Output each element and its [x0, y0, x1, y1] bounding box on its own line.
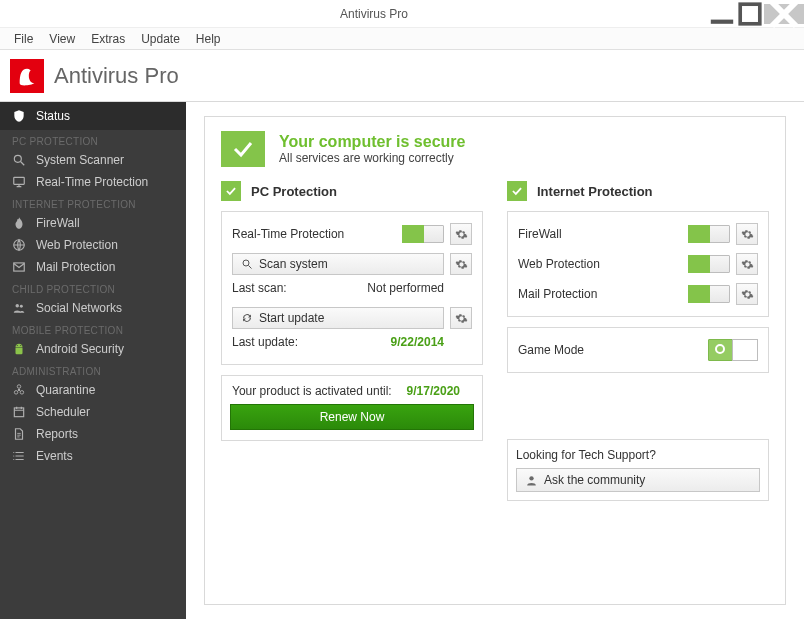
main-content: Your computer is secure All services are… — [186, 102, 804, 619]
game-mode-toggle[interactable] — [708, 339, 758, 361]
mail-protection-settings-button[interactable] — [736, 283, 758, 305]
start-update-button[interactable]: Start update — [232, 307, 444, 329]
close-button[interactable] — [764, 4, 804, 24]
scan-system-label: Scan system — [259, 257, 328, 271]
sidebar-item-scanner[interactable]: System Scanner — [0, 149, 186, 171]
svg-rect-3 — [14, 177, 25, 184]
support-question: Looking for Tech Support? — [516, 448, 760, 462]
minimize-button[interactable] — [708, 4, 736, 24]
scan-system-button[interactable]: Scan system — [232, 253, 444, 275]
menu-help[interactable]: Help — [188, 30, 229, 48]
check-icon — [221, 181, 241, 201]
monitor-icon — [12, 175, 26, 189]
sidebar-label: FireWall — [36, 216, 80, 230]
document-icon — [12, 427, 26, 441]
sidebar-item-social[interactable]: Social Networks — [0, 297, 186, 319]
sidebar-item-web[interactable]: Web Protection — [0, 234, 186, 256]
sidebar-label: Status — [36, 109, 70, 123]
status-banner: Your computer is secure All services are… — [221, 131, 769, 167]
refresh-icon — [241, 312, 253, 324]
sidebar-item-events[interactable]: Events — [0, 445, 186, 467]
realtime-settings-button[interactable] — [450, 223, 472, 245]
svg-point-7 — [20, 305, 23, 308]
license-label: Your product is activated until: — [232, 384, 392, 398]
mail-protection-toggle[interactable] — [688, 285, 730, 303]
mail-icon — [12, 260, 26, 274]
sidebar-section-child: CHILD PROTECTION — [0, 278, 186, 297]
internet-protection-panel: FireWall Web Protection Mail Prote — [507, 211, 769, 317]
menu-bar: File View Extras Update Help — [0, 28, 804, 50]
svg-point-8 — [17, 345, 18, 346]
svg-point-6 — [16, 304, 20, 308]
ask-community-label: Ask the community — [544, 473, 645, 487]
check-icon — [507, 181, 527, 201]
sidebar-label: Social Networks — [36, 301, 122, 315]
svg-point-10 — [18, 389, 20, 391]
sidebar-item-status[interactable]: Status — [0, 102, 186, 130]
svg-point-12 — [14, 391, 18, 395]
svg-point-17 — [13, 459, 14, 460]
internet-protection-header: Internet Protection — [507, 181, 769, 201]
firewall-settings-button[interactable] — [736, 223, 758, 245]
users-icon — [12, 301, 26, 315]
sidebar-item-quarantine[interactable]: Quarantine — [0, 379, 186, 401]
maximize-button[interactable] — [736, 4, 764, 24]
svg-rect-1 — [740, 4, 760, 24]
status-subline: All services are working correctly — [279, 151, 465, 165]
biohazard-icon — [12, 383, 26, 397]
svg-point-2 — [14, 155, 21, 162]
game-mode-label: Game Mode — [518, 343, 702, 357]
internet-protection-title: Internet Protection — [537, 184, 653, 199]
menu-update[interactable]: Update — [133, 30, 188, 48]
avira-logo-icon — [10, 59, 44, 93]
menu-view[interactable]: View — [41, 30, 83, 48]
sidebar-label: Events — [36, 449, 73, 463]
realtime-toggle[interactable] — [402, 225, 444, 243]
sidebar-item-firewall[interactable]: FireWall — [0, 212, 186, 234]
realtime-label: Real-Time Protection — [232, 227, 396, 241]
ask-community-button[interactable]: Ask the community — [516, 468, 760, 492]
window-titlebar: Antivirus Pro — [0, 0, 804, 28]
start-update-label: Start update — [259, 311, 324, 325]
update-settings-button[interactable] — [450, 307, 472, 329]
svg-point-11 — [17, 385, 21, 389]
menu-file[interactable]: File — [6, 30, 41, 48]
firewall-label: FireWall — [518, 227, 682, 241]
last-scan-value: Not performed — [367, 281, 444, 295]
sidebar-item-reports[interactable]: Reports — [0, 423, 186, 445]
sidebar-item-scheduler[interactable]: Scheduler — [0, 401, 186, 423]
sidebar-section-internet: INTERNET PROTECTION — [0, 193, 186, 212]
sidebar-label: Web Protection — [36, 238, 118, 252]
firewall-toggle[interactable] — [688, 225, 730, 243]
pc-protection-header: PC Protection — [221, 181, 483, 201]
svg-rect-0 — [711, 19, 733, 23]
sidebar-label: Real-Time Protection — [36, 175, 148, 189]
game-mode-panel: Game Mode — [507, 327, 769, 373]
license-date: 9/17/2020 — [407, 384, 472, 398]
sidebar-item-android[interactable]: Android Security — [0, 338, 186, 360]
search-icon — [241, 258, 253, 270]
status-headline: Your computer is secure — [279, 133, 465, 151]
menu-extras[interactable]: Extras — [83, 30, 133, 48]
person-icon — [525, 474, 538, 487]
mail-protection-label: Mail Protection — [518, 287, 682, 301]
renew-now-button[interactable]: Renew Now — [230, 404, 474, 430]
shield-icon — [12, 109, 26, 123]
license-panel: Your product is activated until: 9/17/20… — [221, 375, 483, 441]
pc-protection-panel: Real-Time Protection Scan system — [221, 211, 483, 365]
scan-settings-button[interactable] — [450, 253, 472, 275]
last-update-value: 9/22/2014 — [391, 335, 444, 349]
brand-name: Antivirus Pro — [54, 63, 179, 89]
sidebar-label: Reports — [36, 427, 78, 441]
sidebar-item-realtime[interactable]: Real-Time Protection — [0, 171, 186, 193]
sidebar-label: Mail Protection — [36, 260, 115, 274]
last-update-label: Last update: — [232, 335, 385, 349]
list-icon — [12, 449, 26, 463]
sidebar-item-mail[interactable]: Mail Protection — [0, 256, 186, 278]
sidebar-label: Quarantine — [36, 383, 95, 397]
svg-point-15 — [13, 452, 14, 453]
sidebar-label: Android Security — [36, 342, 124, 356]
web-protection-toggle[interactable] — [688, 255, 730, 273]
web-protection-settings-button[interactable] — [736, 253, 758, 275]
search-icon — [12, 153, 26, 167]
